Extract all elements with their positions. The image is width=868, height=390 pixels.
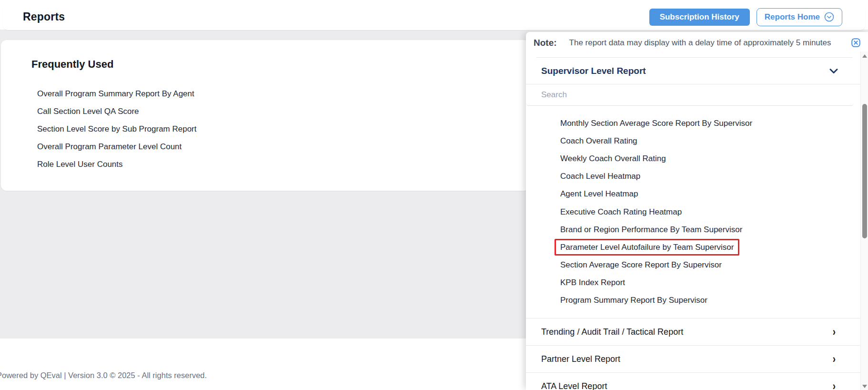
list-item[interactable]: Brand or Region Performance By Team Supe… bbox=[526, 221, 868, 238]
vertical-scrollbar bbox=[860, 51, 868, 390]
search-field-wrap bbox=[526, 84, 854, 106]
chevron-right-icon: › bbox=[833, 380, 836, 390]
scroll-down-arrow-icon[interactable] bbox=[862, 385, 867, 388]
list-item[interactable]: Program Summary Report By Supervisor bbox=[526, 292, 868, 309]
list-item[interactable]: Section Average Score Report By Supervis… bbox=[526, 257, 868, 274]
reports-home-label: Reports Home bbox=[765, 12, 820, 22]
footer-copyright: Powered by QEval | Version 3.0 © 2025 - … bbox=[0, 371, 207, 380]
list-item-highlighted[interactable]: Parameter Level Autofailure by Team Supe… bbox=[526, 238, 868, 256]
note-label: Note: bbox=[534, 38, 557, 48]
chevron-right-icon: › bbox=[833, 325, 836, 339]
top-header-bar: Reports Subscription History Reports Hom… bbox=[3, 4, 865, 30]
list-item[interactable]: Coach Level Heatmap bbox=[526, 168, 868, 185]
header-actions: Subscription History Reports Home bbox=[649, 8, 842, 26]
report-list: Monthly Section Average Score Report By … bbox=[526, 106, 868, 309]
list-item[interactable]: Coach Overall Rating bbox=[526, 132, 868, 150]
frequently-used-title: Frequently Used bbox=[31, 58, 113, 71]
list-item[interactable]: Monthly Section Average Score Report By … bbox=[526, 114, 868, 132]
note-message: The report data may display with a delay… bbox=[569, 38, 851, 48]
reports-home-button[interactable]: Reports Home bbox=[757, 8, 842, 26]
list-item[interactable]: Agent Level Heatmap bbox=[526, 185, 868, 203]
list-item[interactable]: Overall Program Summary Report By Agent bbox=[0, 85, 476, 103]
list-item[interactable]: Call Section Level QA Score bbox=[0, 103, 476, 120]
note-bar: Note: The report data may display with a… bbox=[526, 32, 868, 53]
circle-chevron-down-icon bbox=[824, 12, 834, 22]
frequently-used-list: Overall Program Summary Report By Agent … bbox=[0, 85, 476, 173]
list-item[interactable]: Executive Coach Rating Heatmap bbox=[526, 203, 868, 221]
reports-drawer: Note: The report data may display with a… bbox=[526, 32, 868, 390]
spacer bbox=[526, 309, 868, 318]
reports-page: Reports Subscription History Reports Hom… bbox=[0, 0, 868, 390]
chevron-right-icon: › bbox=[833, 352, 836, 366]
page-title: Reports bbox=[23, 10, 65, 23]
list-item[interactable]: Role Level User Counts bbox=[0, 155, 476, 173]
list-item[interactable]: Section Level Score by Sub Program Repor… bbox=[0, 120, 476, 138]
section-title: Supervisor Level Report bbox=[541, 66, 646, 76]
close-icon[interactable] bbox=[851, 38, 860, 47]
list-item[interactable]: KPB Index Report bbox=[526, 274, 868, 292]
section-header-partner-level-report[interactable]: Partner Level Report › bbox=[526, 345, 868, 372]
chevron-down-icon bbox=[829, 68, 838, 74]
list-item[interactable]: Weekly Coach Overall Rating bbox=[526, 150, 868, 167]
section-header-ata-level-report[interactable]: ATA Level Report › bbox=[526, 372, 868, 390]
list-item[interactable]: Overall Program Parameter Level Count bbox=[0, 138, 476, 155]
subscription-history-button[interactable]: Subscription History bbox=[649, 9, 750, 26]
scrollbar-thumb[interactable] bbox=[862, 104, 867, 238]
search-input[interactable] bbox=[541, 90, 838, 100]
section-header-supervisor-level-report[interactable]: Supervisor Level Report bbox=[526, 58, 868, 84]
scroll-up-arrow-icon[interactable] bbox=[862, 54, 867, 58]
section-header-trending-audit-trail-tactical-report[interactable]: Trending / Audit Trail / Tactical Report… bbox=[526, 318, 868, 345]
